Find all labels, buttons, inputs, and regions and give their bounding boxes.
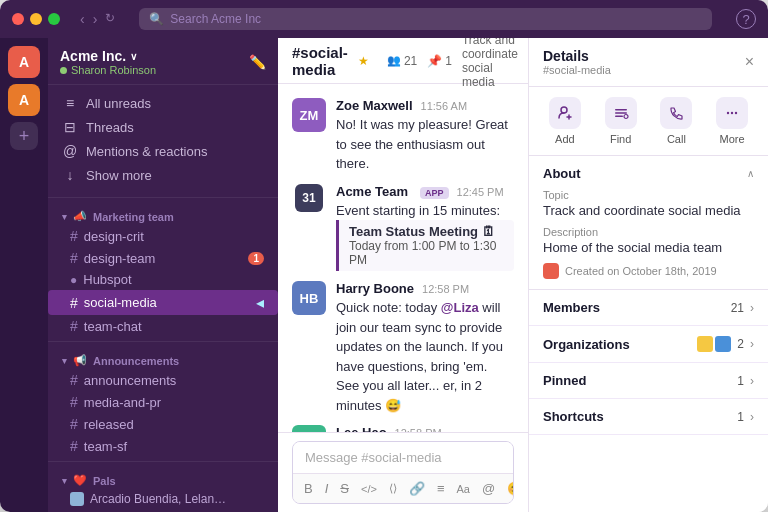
channel-hubspot[interactable]: ● Hubspot	[48, 269, 278, 290]
message-input-box: B I S </> ⟨⟩ 🔗 ≡ Aa @ 😊 📎	[292, 441, 514, 504]
details-header-info: Details #social-media	[543, 48, 611, 76]
channel-social-media[interactable]: # social-media ◂	[48, 290, 278, 315]
format-quote-button[interactable]: ⟨⟩	[386, 479, 400, 498]
org-row-right: 2 ›	[697, 336, 754, 352]
channel-design-team[interactable]: # design-team 1	[48, 247, 278, 269]
channel-announcements[interactable]: # announcements	[48, 369, 278, 391]
maximize-window-button[interactable]	[48, 13, 60, 25]
hash-icon: #	[70, 372, 78, 388]
search-input[interactable]	[170, 12, 702, 26]
section-marketing[interactable]: ▾ 📣 Marketing team	[48, 202, 278, 225]
channel-design-crit[interactable]: # design-crit	[48, 225, 278, 247]
section-announcements[interactable]: ▾ 📢 Announcements	[48, 346, 278, 369]
section-pals[interactable]: ▾ ❤️ Pals	[48, 466, 278, 489]
avatar: ZM	[292, 98, 326, 132]
section-emoji: 📣	[73, 210, 87, 223]
pinned-row[interactable]: Pinned 1 ›	[529, 363, 768, 399]
back-button[interactable]: ‹	[80, 11, 85, 27]
channel-media-and-pr[interactable]: # media-and-pr	[48, 391, 278, 413]
shortcuts-row[interactable]: Shortcuts 1 ›	[529, 399, 768, 435]
members-row-left: Members	[543, 300, 600, 315]
call-action-button[interactable]: Call	[660, 97, 692, 145]
channel-released[interactable]: # released	[48, 413, 278, 435]
pin-count: 📌 1	[427, 54, 452, 68]
sidebar-item-all-unreads[interactable]: ≡ All unreads	[48, 91, 278, 115]
format-italic-button[interactable]: I	[322, 478, 332, 499]
main-nav: ≡ All unreads ⊟ Threads @ Mentions & rea…	[48, 85, 278, 193]
mention-button[interactable]: @	[479, 478, 498, 499]
shortcuts-row-left: Shortcuts	[543, 409, 604, 424]
workspace-strip: A A +	[0, 38, 48, 512]
workspace-icon-primary[interactable]: A	[8, 46, 40, 78]
sidebar-divider-1	[48, 197, 278, 198]
sidebar-item-show-more[interactable]: ↓ Show more	[48, 163, 278, 187]
link-button[interactable]: 🔗	[406, 478, 428, 499]
format-code-button[interactable]: </>	[358, 480, 380, 498]
chat-area: #social-media ★ 👥 21 📌 1 Track and coord…	[278, 38, 528, 512]
details-subtitle: #social-media	[543, 64, 611, 76]
add-action-button[interactable]: Add	[549, 97, 581, 145]
calendar-text: Event starting in 15 minutes:	[336, 201, 514, 221]
org-avatars	[697, 336, 731, 352]
add-workspace-button[interactable]: +	[10, 122, 38, 150]
table-row: HB Harry Boone 12:58 PM Quick note: toda…	[292, 277, 514, 419]
history-button[interactable]: ↻	[105, 11, 115, 27]
message-input-area: B I S </> ⟨⟩ 🔗 ≡ Aa @ 😊 📎	[278, 432, 528, 512]
sidebar-divider-3	[48, 461, 278, 462]
description-field: Description Home of the social media tea…	[543, 226, 754, 255]
about-section-header[interactable]: About ∧	[543, 166, 754, 181]
dm-arcadio[interactable]: Arcadio Buendia, Leland Ygle...	[48, 489, 278, 509]
organizations-row[interactable]: Organizations 2 ›	[529, 326, 768, 363]
text-size-button[interactable]: Aa	[453, 480, 472, 498]
section-collapse-arrow: ▾	[62, 476, 67, 486]
workspace-name[interactable]: Acme Inc. ∨	[60, 48, 156, 64]
find-svg	[613, 105, 629, 121]
forward-button[interactable]: ›	[93, 11, 98, 27]
table-row: 31 Acme Team APP 12:45 PM Event starting…	[292, 180, 514, 276]
event-detail: Today from 1:00 PM to 1:30 PM	[349, 239, 504, 267]
message-body: Lee Hao 12:58 PM Meeting notes from our …	[336, 425, 528, 432]
find-action-button[interactable]: Find	[605, 97, 637, 145]
workspace-icon-secondary[interactable]: A	[8, 84, 40, 116]
search-bar[interactable]: 🔍	[139, 8, 712, 30]
unreads-icon: ≡	[62, 95, 78, 111]
svg-point-7	[735, 112, 737, 114]
members-count: 21	[731, 301, 744, 315]
close-window-button[interactable]	[12, 13, 24, 25]
add-icon	[549, 97, 581, 129]
emoji-button[interactable]: 😊	[504, 478, 514, 499]
more-action-button[interactable]: More	[716, 97, 748, 145]
sidebar-item-mentions[interactable]: @ Mentions & reactions	[48, 139, 278, 163]
help-button[interactable]: ?	[736, 9, 756, 29]
close-details-button[interactable]: ×	[745, 53, 754, 71]
channel-team-chat[interactable]: # team-chat	[48, 315, 278, 337]
org-row-title: Organizations	[543, 337, 630, 352]
compose-button[interactable]: ✏️	[249, 54, 266, 70]
members-arrow-icon: ›	[750, 301, 754, 315]
avatar: LH	[292, 425, 326, 432]
call-svg	[668, 105, 684, 121]
workspace-user: Sharon Robinson	[60, 64, 156, 76]
chat-header: #social-media ★ 👥 21 📌 1 Track and coord…	[278, 38, 528, 84]
members-row[interactable]: Members 21 ›	[529, 290, 768, 326]
list-button[interactable]: ≡	[434, 478, 448, 499]
mentions-icon: @	[62, 143, 78, 159]
star-icon[interactable]: ★	[358, 54, 369, 68]
shortcuts-row-right: 1 ›	[737, 410, 754, 424]
format-bold-button[interactable]: B	[301, 478, 316, 499]
about-title: About	[543, 166, 581, 181]
message-author: Zoe Maxwell	[336, 98, 413, 113]
calendar-message-body: Acme Team APP 12:45 PM Event starting in…	[336, 184, 514, 272]
channel-team-sf[interactable]: # team-sf	[48, 435, 278, 457]
sidebar-item-threads[interactable]: ⊟ Threads	[48, 115, 278, 139]
message-input[interactable]	[293, 442, 513, 473]
description-text: Track and coordinate social media	[462, 38, 518, 89]
find-icon	[605, 97, 637, 129]
format-strike-button[interactable]: S	[337, 478, 352, 499]
pin-icon: 📌	[427, 54, 442, 68]
main-layout: A A + Acme Inc. ∨ Sharon Robinson	[0, 38, 768, 512]
svg-point-4	[624, 115, 628, 119]
message-header: Harry Boone 12:58 PM	[336, 281, 514, 296]
minimize-window-button[interactable]	[30, 13, 42, 25]
hash-icon: #	[70, 394, 78, 410]
